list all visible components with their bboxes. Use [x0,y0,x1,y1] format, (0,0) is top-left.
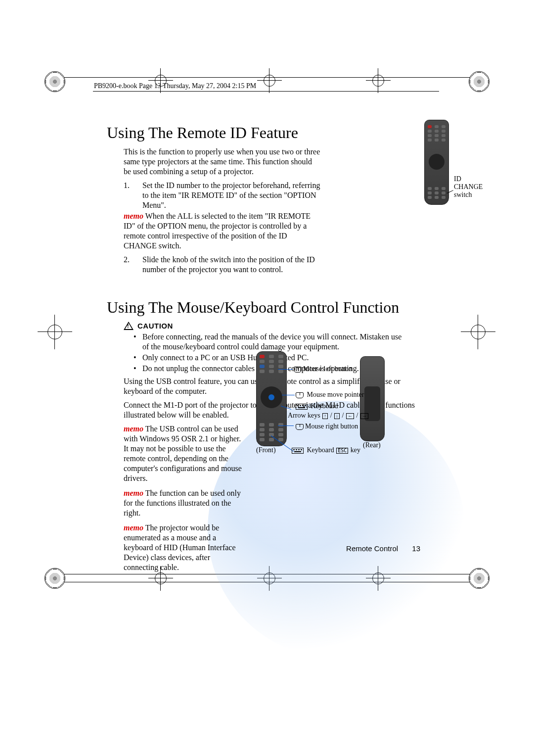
remote-illustration-small [424,120,451,209]
memo-text: When the ALL is selected to the item "IR… [124,212,311,250]
page: PB9200-e.book Page 13 Thursday, May 27, … [0,0,534,756]
step-1: 1. Set the ID number to the projector be… [124,181,326,210]
callout-text: Mouse left button [303,365,353,373]
id-label-line: CHANGE [454,183,483,190]
remote-front-icon [256,351,287,446]
front-label: (Front) [256,446,276,454]
arrow-keys-label: Arrow keys [288,412,320,419]
step-number: 2. [124,255,134,275]
callout-mouse-move: Mouse move pointer [296,391,364,399]
step-text: Slide the knob of the switch into the po… [142,255,326,275]
memo-label: memo [124,523,143,532]
heading-mouse-keyboard: Using The Mouse/Keyboard Control Functio… [107,298,424,317]
sep: / [355,412,360,419]
caution-triangle-icon: ! [124,322,134,330]
arrow-right-icon: → [360,413,368,419]
list-item: Before connecting, read the manuals of t… [142,332,409,352]
caution-row: ! CAUTION [124,322,424,330]
keyboard-icon [292,448,304,454]
remote-rear-icon [360,356,385,441]
remote-body-icon [424,120,449,205]
caution-label: CAUTION [137,322,173,330]
mouse-icon [296,392,304,398]
memo-1: memo When the ALL is selected to the ite… [124,211,321,251]
callout-keyboard: Keyboard [296,402,338,410]
step-2: 2. Slide the knob of the switch into the… [124,255,326,275]
memo-label: memo [124,489,143,497]
mouse-icon [294,367,302,373]
crop-ring-icon [469,71,490,92]
memo-label: memo [124,425,143,433]
esc-key-icon: ESC [336,448,348,454]
callout-mouse-left: Mouse left button [294,365,353,373]
rear-label: (Rear) [363,441,381,449]
sep: / [328,412,334,419]
step-text: Set the ID number to the projector befor… [142,181,326,210]
memo-label: memo [124,212,143,220]
id-label-line: switch [454,191,472,198]
id-change-callout: ID CHANGE switch [454,175,483,199]
leader-line [278,425,294,426]
remote-diagram: Mouse left button Mouse move pointer Key… [256,351,444,460]
callout-esc-key: Keyboard ESC key [292,446,360,454]
callout-text: Mouse move pointer [307,391,364,398]
intro-paragraph: This is the function to properly use whe… [124,147,321,177]
memo-b: memo The function can be used only for t… [124,488,242,518]
callout-text: Mouse right button [305,423,358,430]
id-label-line: ID [454,175,461,183]
memo-text: The USB control can be used with Windows… [124,425,242,482]
callout-text: Keyboard [311,402,338,410]
frame-line [93,91,439,92]
book-info: PB9200-e.book Page 13 Thursday, May 27, … [94,82,256,90]
kb-esc-text: Keyboard [307,446,336,454]
arrow-up-icon: ↑ [322,413,328,419]
callout-mouse-right: Mouse right button [296,423,358,430]
arrow-down-icon: ↓ [334,413,340,419]
crop-ring-icon [44,71,65,92]
memo-a: memo The USB control can be used with Wi… [124,424,242,483]
page-footer: Remote Control 13 [0,544,534,553]
crop-ring-icon [44,568,65,589]
footer-page-number: 13 [412,544,420,553]
arrow-left-icon: ← [346,413,354,419]
crop-ring-icon [469,568,490,589]
mouse-icon [296,424,304,430]
content-area: Using The Remote ID Feature This is the … [108,124,424,572]
leader-line [278,369,293,370]
heading-remote-id: Using The Remote ID Feature [107,124,424,142]
kb-esc-text2: key [349,446,360,454]
keyboard-icon [296,404,308,410]
footer-section: Remote Control [346,544,398,553]
leader-line [282,395,295,395]
callout-arrow-keys: Arrow keys ↑ / ↓ / ← / → [288,412,369,420]
step-number: 1. [124,181,134,210]
sep: / [340,412,346,419]
